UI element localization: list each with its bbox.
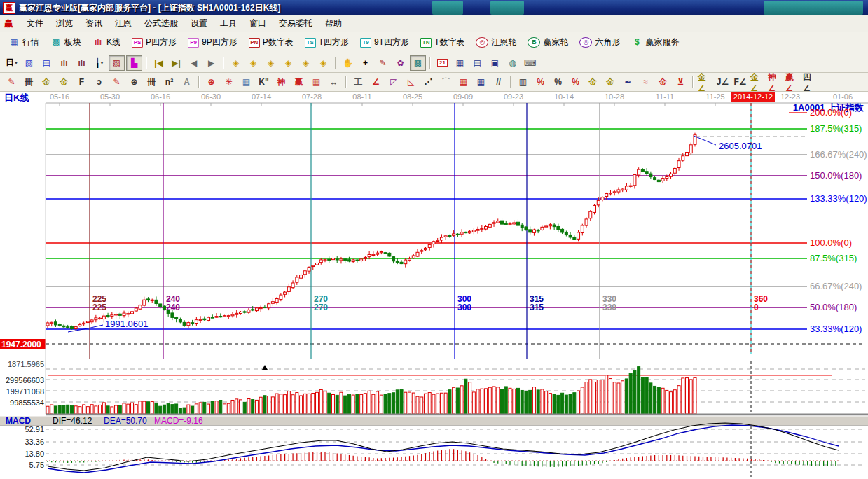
grid-fan-tool[interactable]: ◺	[403, 74, 419, 90]
toolbar-button-winner-wheel[interactable]: B赢家轮	[524, 35, 572, 50]
gold-comb-tool[interactable]: 金	[39, 74, 55, 90]
calendar-button[interactable]: 21	[434, 55, 450, 71]
feather-pen-tool[interactable]: ✎	[4, 74, 20, 90]
t-table-label: T数字表	[434, 36, 464, 48]
gold-circle-tool[interactable]: 金	[585, 74, 601, 90]
beam-tool[interactable]: 工	[350, 74, 366, 90]
width-measure-tool[interactable]: ↔	[326, 74, 342, 90]
hand-tool-button[interactable]: ✋	[340, 55, 356, 71]
toolbar-button-p-square[interactable]: PSP四方形	[128, 35, 180, 50]
menu-item-3[interactable]: 江恩	[109, 17, 138, 29]
spiral-tool[interactable]: ↄ	[91, 74, 107, 90]
column-tool[interactable]: ▥	[515, 74, 531, 90]
target-cross-tool[interactable]: ⊕	[203, 74, 219, 90]
title-bar[interactable]: 赢 赢家江恩专业版[赢家内部服务平台] - [上证指数 SH1A0001-162…	[0, 0, 868, 15]
ying-comb-tool[interactable]: 赢	[291, 74, 307, 90]
red-grid-tool[interactable]: ▦	[455, 74, 471, 90]
toolbar-button-gann-wheel[interactable]: ◎江恩轮	[472, 35, 520, 50]
web-button[interactable]: ◍	[504, 55, 521, 71]
gold-red-line-tool[interactable]: 金	[655, 74, 671, 90]
j-slope-tool[interactable]: ⊻	[673, 74, 689, 90]
percent-tool[interactable]: %	[550, 74, 566, 90]
grid-target-tool[interactable]: ▦	[238, 74, 254, 90]
diamond-right-button[interactable]: ◈	[245, 55, 261, 71]
si-angle-tool[interactable]: 四∠	[802, 74, 818, 90]
fib-comb-tool[interactable]: F	[74, 74, 90, 90]
star-burst-tool[interactable]: ✳	[221, 74, 237, 90]
fan-box-tool[interactable]: ◸	[385, 74, 401, 90]
percent-slash-tool[interactable]: %	[532, 74, 549, 90]
toolbar-button-9p-square[interactable]: P99P四方形	[184, 35, 241, 50]
pen-comb-tool[interactable]: ✎	[109, 74, 125, 90]
mark-tool-button[interactable]: ✎	[375, 55, 391, 71]
zigzag-red-icon[interactable]: ▨	[109, 55, 125, 71]
fan-lines-tool[interactable]: ∠	[368, 74, 384, 90]
percent-line-tool[interactable]: %	[567, 74, 584, 90]
a-angle-tool[interactable]: A	[179, 74, 195, 90]
j-angle-tool[interactable]: J∠	[715, 74, 731, 90]
n2-tool[interactable]: n²	[161, 74, 177, 90]
menu-item-0[interactable]: 文件	[20, 17, 50, 29]
price-grid-tool[interactable]: ▦	[473, 74, 489, 90]
arrow-pen-tool[interactable]: ✒	[620, 74, 636, 90]
gold-angle-tool[interactable]: 金∠	[697, 74, 713, 90]
menu-item-5[interactable]: 设置	[184, 17, 214, 29]
menu-item-2[interactable]: 资讯	[79, 17, 109, 29]
diamond-compress-button[interactable]: ◈	[280, 55, 296, 71]
toolbar-button-kline[interactable]: ılıK线	[89, 35, 124, 50]
info-panel-icon[interactable]: ▤	[39, 55, 55, 71]
gann-comb-tool[interactable]: 卌	[21, 74, 37, 90]
diamond-center-button[interactable]: ◈	[298, 55, 314, 71]
menu-item-4[interactable]: 公式选股	[138, 17, 184, 29]
menu-item-7[interactable]: 窗口	[243, 17, 273, 29]
ma9-icon[interactable]: ılı	[74, 55, 90, 71]
save-button[interactable]: ▣	[487, 55, 503, 71]
gold-comb2-tool[interactable]: 金	[56, 74, 72, 90]
kline-period-dropdown[interactable]: 日▾	[4, 55, 20, 71]
last-bar-button[interactable]: ▶|	[168, 55, 184, 71]
shen-angle-tool[interactable]: 神∠	[767, 74, 783, 90]
menu-item-1[interactable]: 浏览	[50, 17, 79, 29]
toolbar-button-quotes[interactable]: ▦行情	[5, 35, 43, 50]
toolbar-button-t-square[interactable]: TST四方形	[301, 35, 352, 50]
diamond-fit-button[interactable]: ◈	[315, 55, 331, 71]
k-quote-tool[interactable]: K"	[256, 74, 272, 90]
toolbar-button-9t-square[interactable]: T99T四方形	[357, 35, 413, 50]
wave-tool[interactable]: ≈	[638, 74, 654, 90]
prev-bar-button[interactable]: ◀	[186, 55, 202, 71]
menu-item-8[interactable]: 交易委托	[273, 17, 319, 29]
shen-comb-tool[interactable]: 神	[273, 74, 289, 90]
angle-lines-tool[interactable]: ⋰	[420, 74, 436, 90]
notepad-button[interactable]: ▤	[469, 55, 485, 71]
gold-line-tool[interactable]: 金	[602, 74, 619, 90]
arc-tool[interactable]: ⌒	[438, 74, 454, 90]
ma3-icon[interactable]: ılı	[56, 55, 72, 71]
f-angle-tool[interactable]: F∠	[732, 74, 748, 90]
chart-panel[interactable]: 日K线05-1605-3006-1606-3007-1407-2808-1108…	[0, 92, 868, 479]
toolbar-button-p-table[interactable]: PNP数字表	[245, 35, 297, 50]
crosshair-button[interactable]: +	[357, 55, 373, 71]
thin-candle-dropdown[interactable]: ╽▾	[91, 55, 107, 71]
diamond-expand-button[interactable]: ◈	[263, 55, 279, 71]
trend-window-icon[interactable]: ▨	[21, 55, 37, 71]
calculator-button[interactable]: ▦	[452, 55, 468, 71]
toolbar-button-sectors[interactable]: ▩板块	[47, 35, 85, 50]
gann-flower-button[interactable]: ✿	[392, 55, 408, 71]
color-histogram-icon[interactable]: ▙	[126, 55, 142, 71]
grid-129-tool[interactable]: ▦	[308, 74, 324, 90]
toolbar-button-t-table[interactable]: TNT数字表	[417, 35, 468, 50]
diamond-left-button[interactable]: ◈	[228, 55, 244, 71]
compass-tool[interactable]: ⊕	[126, 74, 142, 90]
parallel-lines-tool[interactable]: //	[490, 74, 507, 90]
next-bar-button[interactable]: ▶	[203, 55, 219, 71]
ying-angle-tool[interactable]: 赢∠	[785, 74, 801, 90]
toolbar-button-winner-service[interactable]: $赢家服务	[628, 35, 682, 50]
first-bar-button[interactable]: |◀	[151, 55, 167, 71]
menu-item-6[interactable]: 工具	[214, 17, 243, 29]
computer-button[interactable]: ⌨	[522, 55, 538, 71]
comb-tool[interactable]: 卌	[144, 74, 160, 90]
menu-item-9[interactable]: 帮助	[319, 17, 348, 29]
gold-angle2-tool[interactable]: 金∠	[750, 74, 766, 90]
brain-window-button[interactable]: ▩	[410, 55, 426, 71]
toolbar-button-hexagon[interactable]: ◎六角形	[576, 35, 624, 50]
